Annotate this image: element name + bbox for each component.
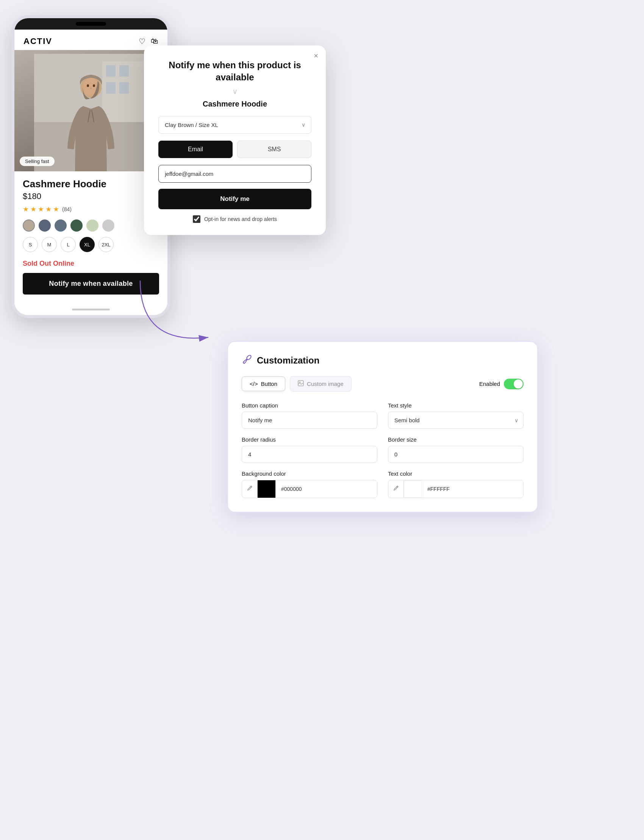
customization-panel: Customization </> Button Custom image En… (227, 341, 538, 512)
text-color-hex-input[interactable] (422, 481, 523, 497)
customization-form: Button caption Text style Regular Semi b… (242, 402, 524, 498)
star-3: ★ (38, 205, 44, 213)
svg-point-11 (90, 88, 92, 89)
border-radius-input[interactable] (242, 446, 377, 463)
text-color-label: Text color (388, 470, 524, 477)
modal-product-name: Cashmere Hoodie (158, 100, 311, 109)
color-swatch-2[interactable] (54, 219, 67, 232)
svg-line-19 (397, 487, 398, 488)
size-m[interactable]: M (42, 237, 57, 252)
star-4: ★ (46, 205, 51, 213)
border-radius-field: Border radius (242, 436, 377, 463)
code-icon: </> (250, 380, 258, 387)
product-image-svg (34, 54, 148, 171)
bg-color-field: Background color (242, 470, 377, 498)
app-logo: ACTIV (23, 36, 52, 46)
opt-in-checkbox[interactable] (193, 215, 200, 223)
svg-line-18 (250, 487, 251, 488)
border-size-field: Border size (388, 436, 524, 463)
enabled-row: Enabled (479, 379, 524, 389)
border-size-input[interactable] (388, 446, 524, 463)
button-caption-field: Button caption (242, 402, 377, 429)
size-2xl[interactable]: 2XL (99, 237, 113, 252)
enabled-toggle[interactable] (504, 379, 524, 389)
opt-in-row: Opt-in for news and drop alerts (158, 215, 311, 223)
star-5: ★ (53, 205, 59, 213)
notify-modal: × Notify me when this product is availab… (144, 46, 326, 235)
variant-selector-wrapper: Clay Brown / Size XL Clay Brown / Size L… (158, 116, 311, 134)
button-caption-label: Button caption (242, 402, 377, 408)
modal-title: Notify me when this product is available (158, 59, 311, 84)
color-swatches[interactable] (23, 219, 159, 232)
text-color-picker[interactable] (388, 480, 524, 498)
image-icon (298, 380, 304, 387)
enabled-label: Enabled (479, 380, 500, 387)
color-swatch-5[interactable] (102, 219, 114, 232)
home-indicator (72, 308, 110, 310)
svg-point-15 (246, 359, 248, 360)
tab-custom-image-label: Custom image (307, 380, 343, 387)
border-radius-label: Border radius (242, 436, 377, 443)
header-icons: ♡ 🛍 (139, 37, 158, 46)
svg-rect-5 (106, 82, 115, 94)
tab-button[interactable]: </> Button (242, 376, 285, 391)
phone-header: ACTIV ♡ 🛍 (15, 30, 168, 50)
text-style-label: Text style (388, 402, 524, 408)
toggle-knob (514, 379, 523, 389)
text-style-select[interactable]: Regular Semi bold Bold (388, 412, 524, 429)
color-swatch-1[interactable] (39, 219, 51, 232)
bg-color-picker[interactable] (242, 480, 377, 498)
email-method-button[interactable]: Email (158, 141, 233, 158)
panel-title: Customization (257, 355, 319, 366)
bg-color-hex-input[interactable] (276, 481, 377, 497)
image-tab-icon (298, 380, 304, 386)
text-style-select-wrapper: Regular Semi bold Bold ∨ (388, 412, 524, 429)
tab-custom-image[interactable]: Custom image (290, 376, 352, 392)
color-swatch-3[interactable] (71, 219, 82, 232)
bg-eyedropper-icon[interactable] (242, 481, 258, 497)
star-2: ★ (30, 205, 36, 213)
svg-rect-4 (119, 65, 129, 77)
svg-rect-3 (106, 65, 115, 77)
color-swatch-4[interactable] (86, 219, 99, 232)
bg-color-label: Background color (242, 470, 377, 477)
star-1: ★ (23, 205, 29, 213)
svg-rect-6 (119, 82, 129, 94)
size-l[interactable]: L (61, 237, 76, 252)
bg-color-swatch (258, 480, 276, 498)
text-color-field: Text color (388, 470, 524, 498)
text-style-field: Text style Regular Semi bold Bold ∨ (388, 402, 524, 429)
panel-tabs-row: </> Button Custom image Enabled (242, 376, 524, 392)
review-count: (84) (62, 206, 72, 212)
size-s[interactable]: S (23, 237, 38, 252)
selling-fast-badge: Selling fast (20, 156, 54, 166)
text-color-swatch (404, 480, 422, 498)
customization-icon (242, 354, 252, 367)
heart-icon[interactable]: ♡ (139, 37, 145, 46)
text-eyedropper-icon[interactable] (388, 481, 404, 497)
connector-arrow (133, 277, 231, 352)
button-caption-input[interactable] (242, 412, 377, 429)
variant-select[interactable]: Clay Brown / Size XL Clay Brown / Size L… (158, 116, 311, 134)
border-size-label: Border size (388, 436, 524, 443)
close-button[interactable]: × (314, 51, 318, 60)
size-options[interactable]: S M L XL 2XL (23, 237, 159, 252)
svg-point-17 (299, 382, 301, 383)
svg-point-9 (87, 84, 89, 87)
brush-icon (242, 354, 252, 365)
panel-header: Customization (242, 354, 524, 367)
notify-method-row: Email SMS (158, 141, 311, 158)
tab-button-label: Button (261, 380, 277, 387)
sold-out-text: Sold Out Online (23, 260, 159, 268)
color-swatch-0[interactable] (23, 219, 35, 232)
email-input[interactable] (158, 165, 311, 183)
bag-icon[interactable]: 🛍 (151, 37, 158, 46)
product-name: Cashmere Hoodie (23, 178, 159, 190)
svg-point-10 (93, 84, 95, 87)
notch-dot (76, 22, 106, 26)
size-xl[interactable]: XL (80, 237, 95, 252)
phone-notch (15, 18, 168, 30)
modal-notify-button[interactable]: Notify me (158, 189, 311, 209)
sms-method-button[interactable]: SMS (237, 141, 311, 158)
product-price: $180 (23, 191, 159, 201)
